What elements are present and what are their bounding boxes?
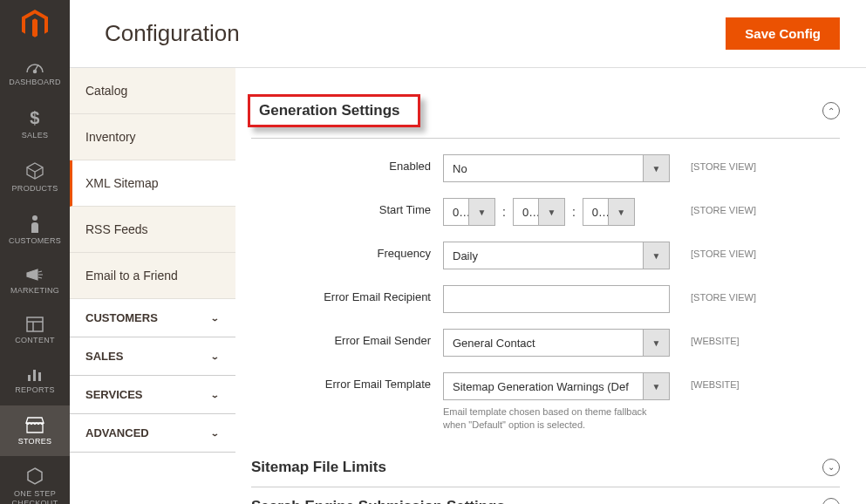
box-icon xyxy=(25,161,44,180)
chevron-down-icon: ⌄ xyxy=(210,313,220,323)
nav-label: PRODUCTS xyxy=(12,184,58,194)
field-label: Frequency xyxy=(251,242,443,260)
scope-label: [STORE VIEW] xyxy=(670,154,756,172)
collapse-down-icon[interactable]: ⌄ xyxy=(822,498,840,504)
nav-label: DASHBOARD xyxy=(9,78,61,87)
select-value: No xyxy=(444,162,643,175)
magento-logo[interactable] xyxy=(0,0,70,48)
dollar-icon: $ xyxy=(29,108,41,127)
chevron-down-icon: ⌄ xyxy=(210,351,220,361)
field-error-sender: Error Email Sender General Contact▼ [WEB… xyxy=(251,329,840,357)
start-time-second-select[interactable]: 00▼ xyxy=(583,198,635,226)
svg-rect-6 xyxy=(28,375,31,381)
start-time-hour-select[interactable]: 00▼ xyxy=(443,198,495,226)
svg-rect-8 xyxy=(38,372,41,381)
time-separator: : xyxy=(565,205,583,219)
dropdown-arrow-icon: ▼ xyxy=(608,199,634,225)
config-nav-inventory[interactable]: Inventory xyxy=(70,114,235,160)
group-label: SERVICES xyxy=(85,388,143,401)
section-sitemap-file-limits[interactable]: Sitemap File Limits ⌄ xyxy=(251,448,840,487)
svg-rect-3 xyxy=(27,317,43,331)
megaphone-icon xyxy=(25,267,44,283)
nav-marketing[interactable]: MARKETING xyxy=(0,256,70,306)
config-nav-email-friend[interactable]: Email to a Friend xyxy=(70,253,235,299)
nav-content[interactable]: CONTENT xyxy=(0,306,70,356)
config-panel: Generation Settings ⌃ Enabled No▼ [STORE… xyxy=(235,68,866,504)
nav-label: SALES xyxy=(22,131,49,140)
enabled-select[interactable]: No▼ xyxy=(443,154,670,182)
field-error-recipient: Error Email Recipient [STORE VIEW] xyxy=(251,285,840,313)
nav-label: REPORTS xyxy=(15,385,54,395)
section-title: Search Engine Submission Settings xyxy=(251,498,505,504)
nav-customers[interactable]: CUSTOMERS xyxy=(0,203,70,256)
field-frequency: Frequency Daily▼ [STORE VIEW] xyxy=(251,242,840,269)
config-group-services[interactable]: SERVICES⌄ xyxy=(70,376,235,414)
error-template-select[interactable]: Sitemap Generation Warnings (Def▼ xyxy=(443,372,670,400)
nav-products[interactable]: PRODUCTS xyxy=(0,151,70,204)
chevron-down-icon: ⌄ xyxy=(210,390,220,399)
nav-reports[interactable]: REPORTS xyxy=(0,356,70,405)
select-value: General Contact xyxy=(444,337,643,350)
config-group-sales[interactable]: SALES⌄ xyxy=(70,337,235,376)
collapse-up-icon[interactable]: ⌃ xyxy=(822,102,840,119)
field-label: Error Email Recipient xyxy=(251,285,443,303)
section-generation-settings[interactable]: Generation Settings ⌃ xyxy=(251,84,840,139)
svg-point-0 xyxy=(34,71,37,73)
scope-label: [WEBSITE] xyxy=(670,329,740,346)
section-title: Generation Settings xyxy=(259,102,400,119)
select-value: 00 xyxy=(444,206,468,219)
field-error-template: Error Email Template Sitemap Generation … xyxy=(251,372,840,432)
select-value: 00 xyxy=(514,206,538,219)
dropdown-arrow-icon: ▼ xyxy=(468,199,494,225)
config-nav-xml-sitemap[interactable]: XML Sitemap xyxy=(70,160,235,207)
section-search-engine-submission[interactable]: Search Engine Submission Settings ⌄ xyxy=(251,487,840,504)
time-separator: : xyxy=(495,205,513,219)
config-nav-catalog[interactable]: Catalog xyxy=(70,68,235,114)
field-enabled: Enabled No▼ [STORE VIEW] xyxy=(251,154,840,182)
field-label: Error Email Template xyxy=(251,372,443,391)
nav-dashboard[interactable]: DASHBOARD xyxy=(0,48,70,98)
config-group-advanced[interactable]: ADVANCED⌄ xyxy=(70,414,235,453)
dropdown-arrow-icon: ▼ xyxy=(538,199,564,225)
collapse-down-icon[interactable]: ⌄ xyxy=(822,459,840,476)
page-title: Configuration xyxy=(105,20,240,47)
config-nav: Catalog Inventory XML Sitemap RSS Feeds … xyxy=(70,68,235,504)
bar-chart-icon xyxy=(26,366,44,382)
layout-icon xyxy=(26,317,44,332)
select-value: Daily xyxy=(444,249,643,262)
nav-stores[interactable]: STORES xyxy=(0,405,70,457)
svg-text:$: $ xyxy=(30,108,39,127)
field-label: Error Email Sender xyxy=(251,329,443,347)
scope-label: [STORE VIEW] xyxy=(670,198,756,215)
save-config-button[interactable]: Save Config xyxy=(726,17,840,50)
nav-onestep-checkout[interactable]: ONE STEP CHECKOUT xyxy=(0,456,70,504)
select-value: 00 xyxy=(583,206,608,219)
select-value: Sitemap Generation Warnings (Def xyxy=(444,380,643,393)
dropdown-arrow-icon: ▼ xyxy=(643,373,669,399)
nav-label: MARKETING xyxy=(10,286,59,296)
group-label: CUSTOMERS xyxy=(85,311,158,324)
frequency-select[interactable]: Daily▼ xyxy=(443,242,670,269)
dropdown-arrow-icon: ▼ xyxy=(643,155,669,181)
dropdown-arrow-icon: ▼ xyxy=(643,242,669,269)
highlight-box: Generation Settings xyxy=(248,94,420,127)
start-time-minute-select[interactable]: 00▼ xyxy=(513,198,565,226)
nav-label: STORES xyxy=(18,437,52,446)
page-header: Configuration Save Config xyxy=(70,0,866,68)
group-label: SALES xyxy=(85,350,123,363)
scope-label: [STORE VIEW] xyxy=(670,242,756,259)
nav-label: CUSTOMERS xyxy=(9,236,61,246)
config-nav-rss-feeds[interactable]: RSS Feeds xyxy=(70,207,235,253)
nav-label: ONE STEP CHECKOUT xyxy=(3,489,66,504)
storefront-icon xyxy=(25,416,44,433)
svg-rect-7 xyxy=(33,370,36,381)
error-recipient-input[interactable] xyxy=(443,285,670,313)
section-title: Sitemap File Limits xyxy=(251,459,386,476)
scope-label: [STORE VIEW] xyxy=(670,285,756,303)
field-label: Enabled xyxy=(251,154,443,173)
svg-point-2 xyxy=(32,215,38,221)
app-sidebar: DASHBOARD $ SALES PRODUCTS CUSTOMERS MAR… xyxy=(0,0,70,504)
nav-sales[interactable]: $ SALES xyxy=(0,98,70,151)
config-group-customers[interactable]: CUSTOMERS⌄ xyxy=(70,299,235,337)
error-sender-select[interactable]: General Contact▼ xyxy=(443,329,670,357)
